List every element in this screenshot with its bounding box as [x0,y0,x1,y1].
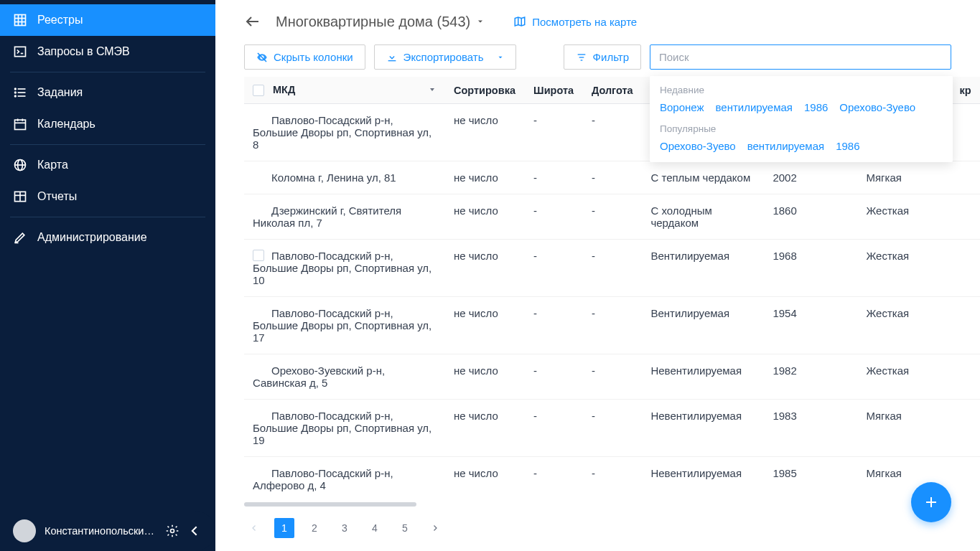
sort-desc-icon[interactable] [428,84,437,93]
cell: Вентилируемая [642,297,764,354]
cell-address: Павлово-Посадский р-н, Большие Дворы рп,… [253,250,431,286]
col-lat[interactable]: Широта [525,77,583,104]
table-row[interactable]: Павлово-Посадский р-н, Большие Дворы рп,… [244,240,980,297]
cell: Мягкая [857,161,951,194]
cell: Жесткая [857,297,951,354]
h-scrollbar[interactable] [244,501,951,508]
page-3[interactable]: 3 [335,518,355,538]
sidebar-item-map[interactable]: Карта [0,149,215,181]
page-2[interactable]: 2 [304,518,325,538]
svg-rect-5 [15,47,26,56]
search-input[interactable] [650,44,951,70]
cell: 1985 [764,457,857,499]
cell: - [525,104,583,161]
cell: - [583,400,643,457]
svg-marker-26 [515,17,525,26]
search-chip[interactable]: Орехово-Зуево [839,101,915,113]
recent-label: Недавние [660,85,943,95]
cell-address: Павлово-Посадский р-н, Алферово д, 4 [253,467,393,491]
cell: С холодным чердаком [642,194,764,240]
sidebar: Реестры Запросы в СМЭВ Задания Календарь… [0,0,215,551]
page-next[interactable] [425,518,445,538]
scroll-thumb[interactable] [244,502,416,507]
table-row[interactable]: Павлово-Посадский р-н, Большие Дворы рп,… [244,297,980,354]
cell: - [525,400,583,457]
svg-point-11 [15,92,17,93]
cell: - [525,240,583,297]
cell-address: Павлово-Посадский р-н, Большие Дворы рп,… [253,410,431,446]
table-icon [13,189,27,204]
cell: не число [445,161,525,194]
globe-icon [13,158,27,172]
cell: - [525,297,583,354]
sidebar-item-label: Запросы в СМЭВ [37,45,130,58]
cell: не число [445,297,525,354]
cell: 1968 [764,240,857,297]
page-prev[interactable] [244,518,264,538]
cell [951,161,980,194]
table-row[interactable]: Орехово-Зуевский р-н, Савинская д, 5не ч… [244,354,980,400]
sidebar-item-tasks[interactable]: Задания [0,77,215,108]
cell [951,104,980,161]
cell: - [583,161,643,194]
cell [951,240,980,297]
table-row[interactable]: Павлово-Посадский р-н, Алферово д, 4не ч… [244,457,980,499]
sidebar-item-label: Отчеты [37,190,77,203]
gear-icon[interactable] [165,524,179,538]
search-chip[interactable]: вентилируемая [747,140,824,152]
cell: Жесткая [857,354,951,400]
page-title: Многоквартирные дома (543) [276,14,470,30]
cell: Мягкая [857,400,951,457]
export-button[interactable]: Экспортировать [374,44,516,70]
cell: - [583,354,643,400]
plus-icon [923,494,940,511]
filter-button[interactable]: Фильтр [564,44,641,70]
pagination: 12345 [215,508,980,551]
sidebar-item-registries[interactable]: Реестры [0,4,215,36]
cell: Невентилируемая [642,400,764,457]
cell: 2002 [764,161,857,194]
search-chip[interactable]: 1986 [836,140,859,152]
search-chip[interactable]: вентилируемая [716,101,793,113]
col-8[interactable]: кр [951,77,980,104]
search-chip[interactable]: 1986 [804,101,828,113]
back-button[interactable] [244,13,261,30]
button-label: Фильтр [593,51,629,63]
col-lon[interactable]: Долгота [583,77,643,104]
select-all-checkbox[interactable] [253,85,264,96]
page-title-dropdown[interactable]: Многоквартирные дома (543) [276,14,485,30]
sidebar-item-reports[interactable]: Отчеты [0,181,215,212]
svg-point-10 [15,88,17,90]
popular-label: Популярные [660,123,943,134]
table-row[interactable]: Коломна г, Ленина ул, 81не число--С тепл… [244,161,980,194]
sidebar-item-admin[interactable]: Администрирование [0,222,215,253]
cell: не число [445,457,525,499]
search-chip[interactable]: Воронеж [660,101,704,113]
cell: - [525,457,583,499]
page-header: Многоквартирные дома (543) Посмотреть на… [215,0,980,37]
col-mkd[interactable]: МКД [273,84,295,95]
cell: не число [445,354,525,400]
svg-rect-30 [388,60,396,61]
add-button[interactable] [911,482,951,522]
user-name: Константинопольский К. К. [45,525,157,537]
table-row[interactable]: Павлово-Посадский р-н, Большие Дворы рп,… [244,400,980,457]
cell-address: Дзержинский г, Святителя Николая пл, 7 [253,204,401,229]
page-1[interactable]: 1 [274,518,294,538]
page-5[interactable]: 5 [395,518,415,538]
cell: - [525,161,583,194]
page-4[interactable]: 4 [365,518,385,538]
sidebar-item-smev[interactable]: Запросы в СМЭВ [0,36,215,67]
table-row[interactable]: Дзержинский г, Святителя Николая пл, 7не… [244,194,980,240]
avatar[interactable] [13,519,36,542]
search-chip[interactable]: Орехово-Зуево [660,140,736,152]
hide-columns-button[interactable]: Скрыть колонки [244,44,365,70]
collapse-icon[interactable] [188,524,202,538]
row-checkbox[interactable] [253,250,264,261]
view-on-map-link[interactable]: Посмотреть на карте [513,15,637,28]
calendar-icon [13,117,27,131]
sidebar-item-label: Задания [37,86,83,99]
col-sort[interactable]: Сортировка [445,77,525,104]
cell [951,457,980,499]
sidebar-item-calendar[interactable]: Календарь [0,108,215,140]
